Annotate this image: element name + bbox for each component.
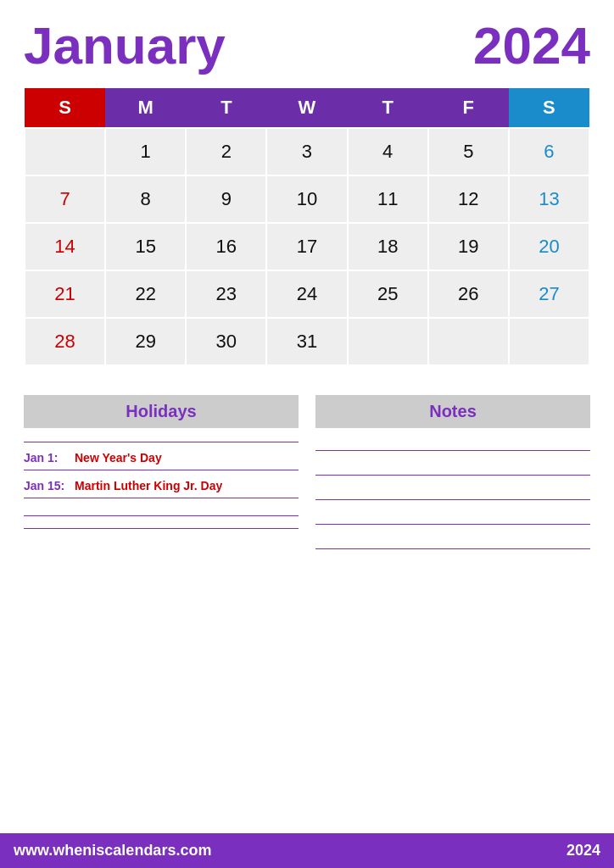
footer-year: 2024 bbox=[567, 842, 600, 860]
calendar-day: 27 bbox=[509, 270, 589, 318]
calendar-day: 3 bbox=[266, 128, 347, 175]
holiday-date-2: Jan 15: bbox=[24, 479, 75, 492]
calendar-day: 4 bbox=[348, 128, 428, 175]
header-sunday: S bbox=[25, 88, 105, 128]
calendar-day: 17 bbox=[266, 223, 347, 270]
calendar-week-3: 14151617181920 bbox=[25, 223, 589, 270]
calendar-day: 28 bbox=[25, 318, 105, 365]
calendar-day: 2 bbox=[186, 128, 266, 175]
calendar-day: 6 bbox=[509, 128, 589, 175]
weekday-header-row: S M T W T F S bbox=[25, 88, 589, 128]
calendar-day: 14 bbox=[25, 223, 105, 270]
calendar-day bbox=[25, 128, 105, 175]
holiday-spacer-1 bbox=[24, 515, 299, 516]
calendar-day: 29 bbox=[105, 318, 186, 365]
header-friday: F bbox=[428, 88, 509, 128]
calendar-day: 19 bbox=[428, 223, 509, 270]
calendar-day: 22 bbox=[105, 270, 186, 318]
calendar-day: 31 bbox=[266, 318, 347, 365]
notes-box: Notes bbox=[315, 395, 590, 816]
calendar-day: 30 bbox=[186, 318, 266, 365]
holiday-entry-2: Jan 15: Martin Luther King Jr. Day bbox=[24, 474, 299, 494]
calendar-day: 10 bbox=[266, 175, 347, 223]
calendar-day: 15 bbox=[105, 223, 186, 270]
holiday-divider-2 bbox=[24, 494, 299, 498]
calendar-day: 13 bbox=[509, 175, 589, 223]
holiday-divider-1 bbox=[24, 466, 299, 470]
calendar-week-5: 28293031 bbox=[25, 318, 589, 365]
month-title: January bbox=[24, 17, 226, 75]
holidays-title: Holidays bbox=[24, 395, 299, 428]
holiday-name-2: Martin Luther King Jr. Day bbox=[75, 479, 222, 492]
note-line-2 bbox=[315, 463, 590, 476]
calendar-day: 24 bbox=[266, 270, 347, 318]
header-tuesday: T bbox=[186, 88, 266, 128]
calendar-day: 18 bbox=[348, 223, 428, 270]
calendar-day: 1 bbox=[105, 128, 186, 175]
bottom-section: Holidays Jan 1: New Year's Day Jan 15: M… bbox=[24, 395, 590, 816]
note-line-4 bbox=[315, 512, 590, 525]
holidays-box: Holidays Jan 1: New Year's Day Jan 15: M… bbox=[24, 395, 299, 816]
calendar-day bbox=[428, 318, 509, 365]
calendar-week-4: 21222324252627 bbox=[25, 270, 589, 318]
calendar-day: 8 bbox=[105, 175, 186, 223]
header-monday: M bbox=[105, 88, 186, 128]
calendar-day: 7 bbox=[25, 175, 105, 223]
calendar-grid: S M T W T F S 12345678910111213141516171… bbox=[24, 88, 590, 366]
holiday-date-1: Jan 1: bbox=[24, 451, 75, 465]
calendar-day: 21 bbox=[25, 270, 105, 318]
calendar-day: 25 bbox=[348, 270, 428, 318]
calendar-day: 23 bbox=[186, 270, 266, 318]
calendar-day: 16 bbox=[186, 223, 266, 270]
footer-url: www.wheniscalendars.com bbox=[14, 842, 211, 860]
calendar-day: 11 bbox=[348, 175, 428, 223]
calendar-day bbox=[509, 318, 589, 365]
calendar-day: 9 bbox=[186, 175, 266, 223]
holiday-entry-1: Jan 1: New Year's Day bbox=[24, 446, 299, 466]
year-title: 2024 bbox=[473, 17, 590, 75]
header-saturday: S bbox=[509, 88, 589, 128]
calendar-header: January 2024 bbox=[24, 17, 590, 75]
header-wednesday: W bbox=[266, 88, 347, 128]
calendar-day: 5 bbox=[428, 128, 509, 175]
calendar-week-2: 78910111213 bbox=[25, 175, 589, 223]
notes-title: Notes bbox=[315, 395, 590, 428]
header-thursday: T bbox=[348, 88, 428, 128]
holiday-name-1: New Year's Day bbox=[75, 451, 162, 465]
note-line-1 bbox=[315, 438, 590, 451]
calendar-day: 12 bbox=[428, 175, 509, 223]
calendar-day: 20 bbox=[509, 223, 589, 270]
page-container: January 2024 S M T W T F S 1234567891011… bbox=[0, 0, 614, 868]
calendar-day: 26 bbox=[428, 270, 509, 318]
footer: www.wheniscalendars.com 2024 bbox=[0, 833, 614, 868]
calendar-week-1: 123456 bbox=[25, 128, 589, 175]
holiday-spacer-2 bbox=[24, 528, 299, 529]
holiday-divider-top bbox=[24, 438, 299, 442]
note-line-3 bbox=[315, 487, 590, 500]
note-line-5 bbox=[315, 537, 590, 549]
calendar-day bbox=[348, 318, 428, 365]
